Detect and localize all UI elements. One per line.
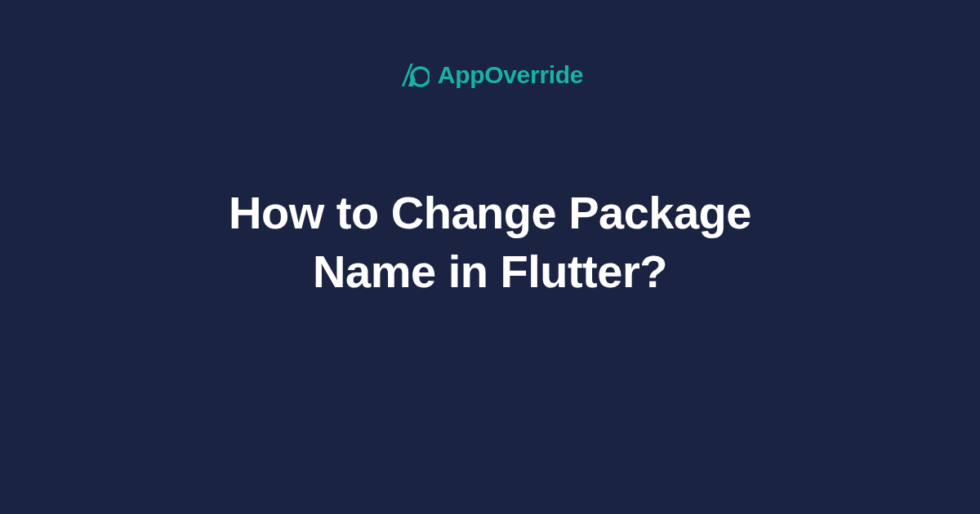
- page-title: How to Change Package Name in Flutter?: [180, 184, 800, 300]
- brand-name: AppOverride: [438, 61, 583, 89]
- brand-logo: AppOverride: [397, 59, 583, 91]
- appoverride-logo-icon: [397, 59, 430, 91]
